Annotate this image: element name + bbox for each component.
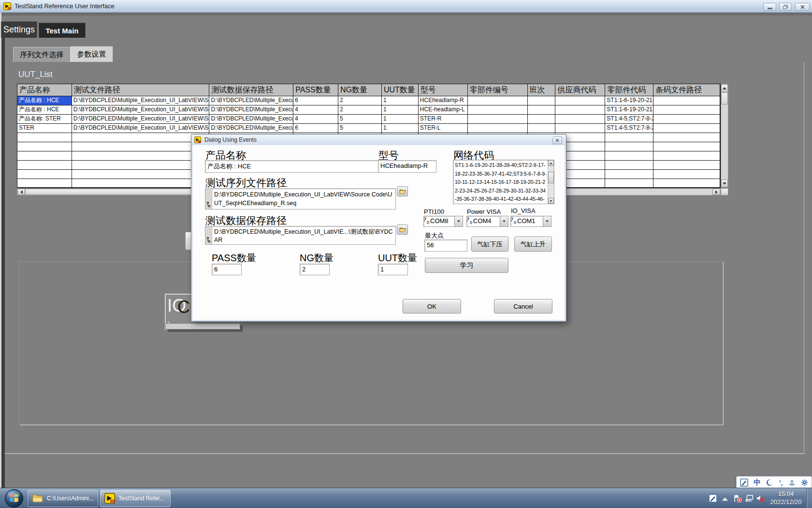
column-header[interactable]: UUT数量 — [382, 84, 419, 96]
table-cell[interactable]: HCEheadlamp-R — [419, 96, 468, 105]
table-cell[interactable]: 4 — [293, 105, 338, 115]
table-cell[interactable]: 2 — [338, 96, 382, 105]
table-cell[interactable]: D:\BYDBCPLED\Multiple_Execut — [209, 96, 293, 105]
table-cell[interactable] — [72, 151, 210, 161]
close-button[interactable] — [795, 3, 810, 11]
minimize-button[interactable] — [763, 3, 776, 11]
taskbar-button-teststand[interactable]: 15 TestStand Refer... — [100, 490, 171, 507]
column-header[interactable]: 型号 — [419, 84, 468, 96]
table-cell[interactable] — [555, 96, 605, 105]
table-cell[interactable]: D:\BYDBCPLED\Multiple_Execution_UI_LabVI… — [72, 115, 210, 124]
table-vertical-scrollbar[interactable] — [721, 84, 728, 188]
ime-moon-icon[interactable] — [766, 479, 773, 486]
taskbar-button-explorer[interactable]: C:\Users\Admini... — [28, 490, 98, 507]
table-row[interactable]: 产品名称: STERD:\BYDBCPLED\Multiple_Executio… — [17, 115, 720, 124]
scroll-up-button[interactable] — [721, 84, 728, 92]
table-cell[interactable] — [528, 96, 556, 105]
table-cell[interactable]: STER-R — [419, 115, 468, 124]
data-path-field[interactable]: D:\BYDBCPLED\Multiple_Execution_UI_LabVI… — [212, 226, 395, 244]
network-scroll-up[interactable] — [548, 160, 554, 166]
table-cell[interactable]: ST1:1-6-19-20-21- — [605, 105, 653, 115]
table-cell[interactable] — [72, 179, 210, 188]
tray-network-icon[interactable] — [745, 494, 754, 505]
table-cell[interactable]: HCE-headlamp-L — [419, 105, 468, 115]
table-cell[interactable]: D:\BYDBCPLED\Multiple_Execut — [209, 115, 293, 124]
show-desktop-button[interactable] — [806, 488, 812, 508]
table-cell[interactable]: D:\BYDBCPLED\Multiple_Execution_UI_LabVI… — [72, 96, 210, 105]
table-cell[interactable] — [653, 115, 720, 124]
subtab-parameter-settings[interactable]: 参数设置 — [71, 46, 113, 62]
ng-count-field[interactable]: 2 — [300, 264, 330, 275]
learn-button[interactable]: 学习 — [425, 258, 508, 273]
seq-path-field[interactable]: D:\BYDBCPLED\Multiple_Execution_UI_LabVI… — [212, 189, 395, 209]
table-cell[interactable] — [528, 105, 556, 115]
table-cell[interactable] — [605, 179, 653, 188]
scroll-down-button[interactable] — [721, 179, 728, 187]
column-header[interactable]: 条码文件路径 — [653, 84, 720, 96]
network-code-scrollbar[interactable] — [548, 160, 554, 204]
table-cell[interactable] — [468, 105, 528, 115]
table-cell[interactable]: 1 — [382, 105, 419, 115]
table-cell[interactable] — [17, 133, 72, 142]
table-cell[interactable]: 产品名称: STER — [17, 115, 72, 124]
table-cell[interactable] — [605, 151, 653, 161]
table-cell[interactable]: ST1:4-5;ST2:7-8-24 — [605, 124, 653, 133]
table-cell[interactable] — [555, 105, 605, 115]
table-cell[interactable]: ST1:1-6-19-20-21- — [605, 96, 653, 105]
network-code-textarea[interactable]: ST1:1-6-19-20-21-38-39-40;ST2:2-9-17-18-… — [453, 160, 554, 204]
table-cell[interactable]: D:\BYDBCPLED\Multiple_Execution_UI_LabVI… — [72, 124, 210, 133]
maximize-button[interactable] — [779, 3, 792, 11]
table-cell[interactable] — [653, 179, 720, 188]
table-cell[interactable] — [528, 115, 556, 124]
table-cell[interactable] — [653, 161, 720, 170]
column-header[interactable]: 测试数据保存路径 — [209, 84, 293, 96]
model-field[interactable]: HCEheadlamp-R — [378, 160, 436, 173]
column-header[interactable]: PASS数量 — [293, 84, 338, 96]
seq-path-control[interactable]: D:\BYDBCPLED\Multiple_Execution_UI_LabVI… — [205, 188, 396, 209]
table-cell[interactable] — [653, 142, 720, 151]
table-cell[interactable] — [605, 161, 653, 170]
ime-pen-icon[interactable] — [740, 478, 748, 487]
tab-test-main[interactable]: Test Main — [39, 23, 86, 38]
power-visa-combo[interactable]: I⁄0 COM4 — [466, 216, 508, 227]
table-cell[interactable] — [605, 142, 653, 151]
column-header[interactable]: 供应商代码 — [555, 84, 605, 96]
table-cell[interactable]: 1 — [382, 115, 419, 124]
max-point-field[interactable]: 56 — [424, 239, 467, 252]
tray-pen-icon[interactable] — [709, 494, 717, 505]
table-cell[interactable]: 6 — [293, 96, 338, 105]
table-row[interactable]: 产品名称 : HCED:\BYDBCPLED\Multiple_Executio… — [17, 105, 720, 115]
table-cell[interactable] — [555, 115, 605, 124]
ok-button[interactable]: OK — [403, 299, 461, 314]
table-cell[interactable] — [72, 161, 210, 170]
column-header[interactable]: 测试文件路径 — [72, 84, 210, 96]
pti100-combo[interactable]: I⁄0 COM8 — [423, 216, 463, 227]
table-cell[interactable] — [72, 142, 210, 151]
table-cell[interactable] — [605, 170, 653, 179]
tray-volume-muted-icon[interactable] — [756, 494, 765, 505]
table-cell[interactable]: 产品名称 : HCE — [17, 96, 72, 105]
cylinder-up-button[interactable]: 气缸上升 — [514, 237, 552, 252]
column-header[interactable]: 班次 — [528, 84, 556, 96]
cylinder-down-button[interactable]: 气缸下压 — [471, 237, 508, 252]
table-cell[interactable]: 6 — [293, 124, 338, 133]
table-cell[interactable] — [605, 133, 653, 142]
start-button[interactable] — [4, 489, 24, 508]
table-cell[interactable]: 5 — [338, 124, 382, 133]
table-cell[interactable]: 1 — [382, 124, 419, 133]
table-cell[interactable] — [17, 170, 72, 179]
ime-person-icon[interactable] — [788, 479, 796, 486]
tab-settings[interactable]: Settings — [1, 21, 37, 38]
table-cell[interactable]: 4 — [293, 115, 338, 124]
table-cell[interactable]: STER — [17, 124, 72, 133]
dropdown-arrow-icon[interactable] — [543, 216, 551, 226]
table-cell[interactable]: D:\BYDBCPLED\Multiple_Execut — [209, 105, 293, 115]
scroll-right-button[interactable] — [712, 189, 720, 195]
table-cell[interactable]: D:\BYDBCPLED\Multiple_Execut — [209, 124, 293, 133]
product-name-field[interactable]: 产品名称 : HCE — [205, 160, 395, 173]
table-cell[interactable]: 2 — [338, 105, 382, 115]
io-visa-combo[interactable]: I⁄0 COM1 — [510, 216, 551, 227]
table-cell[interactable] — [653, 170, 720, 179]
column-header[interactable]: 产品名称 — [17, 84, 72, 96]
table-cell[interactable]: 5 — [338, 115, 382, 124]
